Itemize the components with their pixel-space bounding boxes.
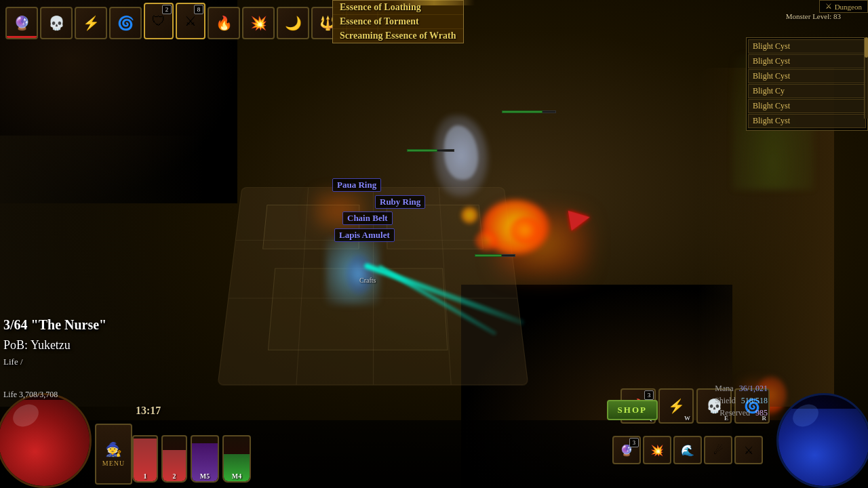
player-body	[346, 254, 373, 295]
br-skill-slot-2[interactable]: ⚡ W	[658, 388, 694, 424]
flask-bar: 1 2 M5 M4	[132, 435, 251, 483]
flask-4[interactable]: M4	[222, 435, 251, 483]
skill-slot-3[interactable]: ⚡	[75, 7, 107, 39]
flask-number-4: M4	[232, 472, 241, 480]
mana-orb-fill	[778, 409, 868, 486]
player-life-line: Life /	[3, 355, 106, 369]
skill-icon-3: ⚡	[76, 8, 106, 38]
blight-item-6[interactable]: Blight Cyst	[748, 114, 866, 128]
mana-orb	[770, 390, 868, 488]
skill-slot-1[interactable]: 🔮	[5, 7, 38, 39]
player-pob-line: PoB: Yuketzu	[3, 336, 106, 355]
player-number-title: 3/64 "The Nurse"	[3, 314, 106, 336]
extra-slot-5[interactable]: ⚔	[734, 436, 763, 464]
essence-tooltip: Essence of Loathing Essence of Torment S…	[332, 0, 464, 43]
slot-badge-5: 2	[162, 5, 172, 14]
loot-lapis-amulet[interactable]: Lapis Amulet	[334, 228, 395, 242]
player-number: 3/64	[3, 317, 28, 332]
essence-wrath[interactable]: Screaming Essence of Wrath	[333, 29, 463, 43]
flask-3[interactable]: M5	[191, 435, 219, 483]
flask-number-2: 2	[173, 472, 176, 480]
pob-label: PoB:	[3, 338, 28, 352]
blight-item-1[interactable]: Blight Cyst	[748, 39, 866, 54]
skill-slot-2[interactable]: 💀	[40, 7, 73, 39]
br-skill-hotkey-2: W	[684, 415, 690, 422]
scroll-thumb	[865, 37, 868, 58]
life-display: Life 3,708/3,708	[3, 390, 58, 400]
player-status: 3/64 "The Nurse" PoB: Yuketzu Life /	[3, 314, 106, 369]
skill-slot-9[interactable]: 🌙	[277, 7, 309, 39]
stats-panel: Mana 36/1,021 Shield 518/518 Reserved 98…	[715, 382, 768, 419]
life-orb-background	[0, 393, 92, 488]
extra-slot-3[interactable]: 🌊	[673, 436, 702, 464]
monster-level: Monster Level: 83	[786, 12, 841, 20]
fire-particle-3	[461, 207, 478, 224]
skill-slot-8[interactable]: 💥	[242, 7, 275, 39]
extra-icon-2: 💥	[650, 444, 664, 457]
player-title: "The Nurse"	[31, 317, 107, 332]
fire-particle-1	[509, 217, 542, 244]
pob-value: Yuketzu	[31, 338, 71, 352]
extra-badge-1: 3	[629, 438, 639, 447]
flask-number-1: 1	[144, 472, 147, 480]
fire-particle-2	[475, 230, 498, 251]
flask-2[interactable]: 2	[161, 435, 187, 483]
slot-badge-6: 8	[194, 5, 203, 14]
br-skill-icon-2: ⚡	[668, 398, 685, 414]
top-ornament	[393, 0, 475, 5]
shield-label: Shield	[715, 394, 736, 407]
shop-button[interactable]: SHOP	[607, 400, 658, 420]
flask-number-3: M5	[200, 472, 210, 480]
skill-slot-4[interactable]: 🌀	[109, 7, 142, 39]
blight-item-4[interactable]: Blight Cy	[748, 84, 866, 98]
flask-1[interactable]: 1	[132, 435, 158, 483]
cursor-label: Crafts	[359, 277, 376, 284]
shield-value: 518/518	[741, 394, 768, 407]
cursor-arrow	[568, 207, 592, 231]
dungeon-badge: ⚔ Dungeon	[819, 0, 868, 13]
blight-item-5[interactable]: Blight Cyst	[748, 99, 866, 113]
cooldown-bar-1	[7, 36, 37, 38]
skill-icon-7: 🔥	[209, 8, 239, 38]
extra-slot-2[interactable]: 💥	[643, 436, 671, 464]
enemy-hp-bar-3	[475, 254, 502, 257]
loot-paua-ring[interactable]: Paua Ring	[332, 178, 381, 192]
skill-bar: 🔮 💀 ⚡ 🌀 2 🛡 8 ⚔ 🔥 💥	[5, 3, 378, 39]
enemy-hp-bar-2	[407, 149, 437, 152]
life-separator: /	[20, 357, 23, 367]
blight-item-3[interactable]: Blight Cyst	[748, 69, 866, 83]
life-text: Life 3,708/3,708	[3, 390, 58, 399]
extra-slot-4[interactable]: ☄	[704, 436, 732, 464]
skill-icon-2: 💀	[41, 8, 71, 38]
extra-skill-bar: 🔮 3 💥 🌊 ☄ ⚔	[612, 436, 763, 464]
mana-orb-background	[776, 393, 868, 488]
enemy-hp-bar-1	[502, 110, 542, 113]
extra-icon-3: 🌊	[681, 444, 694, 457]
mana-label: Mana	[715, 382, 733, 394]
life-orb	[0, 390, 98, 488]
reserved-label: Reserved	[719, 407, 750, 419]
top-hud: 🔮 💀 ⚡ 🌀 2 🛡 8 ⚔ 🔥 💥	[0, 0, 868, 47]
blight-item-2[interactable]: Blight Cyst	[748, 54, 866, 68]
map-area	[190, 102, 583, 407]
essence-torment[interactable]: Essence of Torment	[333, 15, 463, 29]
skill-icon-4: 🌀	[111, 8, 140, 38]
reserved-value: 985	[755, 407, 768, 419]
extra-slot-1[interactable]: 🔮 3	[612, 436, 641, 464]
skill-slot-5[interactable]: 2 🛡	[144, 3, 174, 39]
extra-icon-4: ☄	[713, 444, 723, 457]
scroll-indicator[interactable]	[864, 37, 868, 119]
skill-icon-1: 🔮	[7, 8, 37, 38]
mana-value: 36/1,021	[739, 382, 768, 394]
loot-chain-belt[interactable]: Chain Belt	[342, 211, 393, 225]
br-skill-badge-1: 3	[644, 390, 654, 400]
skill-slot-6[interactable]: 8 ⚔	[176, 3, 205, 39]
dungeon-label: Dungeon	[835, 3, 862, 11]
loot-ruby-ring[interactable]: Ruby Ring	[375, 195, 425, 209]
dungeon-icon: ⚔	[825, 2, 832, 11]
skill-icon-8: 💥	[243, 8, 273, 38]
extra-icon-5: ⚔	[744, 444, 753, 457]
timer-display: 13:17	[136, 405, 161, 417]
skill-slot-7[interactable]: 🔥	[208, 7, 240, 39]
character-portrait[interactable]: 🧙 MENU	[95, 424, 132, 485]
